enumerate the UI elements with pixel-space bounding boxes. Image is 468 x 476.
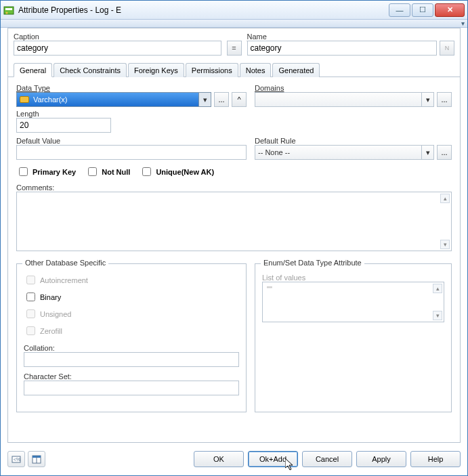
default-rule-combo[interactable]: -- None -- ▾ — [255, 145, 434, 160]
app-icon — [3, 5, 14, 16]
collation-label: Collation: — [24, 344, 239, 352]
unique-checkbox[interactable]: Unique(New AK) — [140, 165, 214, 178]
content-panel: Caption = Name N General Check Constrain… — [7, 28, 461, 443]
scroll-down-icon[interactable]: ▾ — [433, 311, 442, 320]
charset-label: Character Set: — [24, 372, 239, 381]
toolbar-strip: ▾ — [1, 20, 467, 28]
svg-rect-1 — [5, 8, 12, 10]
list-of-values-box: "" ▴ ▾ — [262, 282, 444, 322]
help-button[interactable]: Help — [410, 451, 461, 467]
scroll-up-icon[interactable]: ▴ — [433, 284, 442, 293]
tab-bar: General Check Constraints Foreign Keys P… — [8, 62, 460, 77]
not-null-checkbox[interactable]: Not Null — [85, 165, 130, 178]
tab-general[interactable]: General — [14, 63, 52, 77]
name-aux-button[interactable]: N — [440, 41, 454, 56]
list-first-item: "" — [267, 285, 272, 293]
script-icon-button[interactable]: <%> — [7, 451, 25, 467]
default-rule-label: Default Rule — [255, 137, 452, 145]
data-type-up-button[interactable]: ^ — [232, 92, 247, 107]
primary-key-checkbox[interactable]: Primary Key — [16, 165, 76, 178]
name-input[interactable] — [247, 41, 438, 56]
scroll-down-icon[interactable]: ▾ — [440, 240, 450, 249]
data-type-icon — [20, 96, 29, 103]
window-buttons: — ☐ ✕ — [389, 3, 465, 17]
scroll-up-icon[interactable]: ▴ — [440, 194, 450, 203]
minimize-button[interactable]: — — [389, 3, 410, 17]
svg-point-2 — [6, 12, 8, 14]
domains-combo[interactable]: ▾ — [255, 92, 434, 107]
default-rule-value: -- None -- — [258, 148, 290, 156]
chevron-down-icon: ▾ — [198, 93, 211, 106]
domains-edit-button[interactable]: ... — [437, 92, 452, 107]
close-button[interactable]: ✕ — [435, 3, 465, 17]
maximize-button[interactable]: ☐ — [412, 3, 433, 17]
svg-text:<%>: <%> — [14, 457, 21, 462]
list-of-values-label: List of values — [262, 274, 444, 282]
ok-add-button[interactable]: Ok+Add — [248, 451, 298, 467]
caption-input[interactable] — [14, 41, 221, 56]
length-input[interactable] — [16, 118, 111, 133]
chevron-down-icon: ▾ — [421, 146, 433, 159]
cancel-button[interactable]: Cancel — [302, 451, 352, 467]
collation-input[interactable] — [24, 352, 239, 367]
table-icon-button[interactable] — [28, 451, 45, 467]
tab-permissions[interactable]: Permissions — [186, 63, 238, 77]
general-panel: Data Type Varchar(x) ▾ ... ^ Domains — [8, 77, 460, 422]
name-label: Name — [247, 33, 455, 41]
tab-generated[interactable]: Generated — [272, 63, 320, 77]
comments-label: Comments: — [16, 183, 452, 192]
length-label: Length — [16, 110, 247, 118]
name-column: Name N — [247, 33, 455, 56]
default-rule-edit-button[interactable]: ... — [437, 145, 452, 160]
tab-foreign-keys[interactable]: Foreign Keys — [128, 63, 184, 77]
unsigned-checkbox: Unsigned — [24, 307, 239, 320]
comments-textarea[interactable]: ▴ ▾ — [16, 192, 452, 251]
svg-rect-0 — [4, 7, 14, 14]
zerofill-checkbox: Zerofill — [24, 324, 239, 337]
default-value-input[interactable] — [16, 145, 247, 160]
footer: <%> OK Ok+Add Cancel Apply Help — [7, 448, 461, 470]
charset-input[interactable] — [24, 381, 239, 395]
tab-check-constraints[interactable]: Check Constraints — [54, 63, 127, 77]
data-type-value: Varchar(x) — [33, 95, 68, 104]
default-value-label: Default Value — [16, 137, 247, 145]
other-db-group: Other Database Specific Autoincrement Bi… — [16, 263, 247, 412]
titlebar: Attribute Properties - Log - E — ☐ ✕ — [1, 1, 467, 20]
enum-title: Enum/Set Data Type Attribute — [261, 259, 364, 267]
data-type-edit-button[interactable]: ... — [214, 92, 229, 107]
key-flags-row: Primary Key Not Null Unique(New AK) — [16, 165, 452, 178]
caption-label: Caption — [14, 33, 221, 41]
sync-name-button[interactable]: = — [227, 41, 242, 56]
toolbar-chevron-icon[interactable]: ▾ — [461, 20, 465, 27]
caption-column: Caption — [14, 33, 221, 56]
autoincrement-checkbox: Autoincrement — [24, 274, 239, 286]
window-title: Attribute Properties - Log - E — [18, 5, 389, 15]
data-type-combo[interactable]: Varchar(x) ▾ — [16, 92, 211, 107]
other-db-title: Other Database Specific — [22, 259, 108, 267]
window: Attribute Properties - Log - E — ☐ ✕ ▾ C… — [0, 0, 468, 476]
tab-notes[interactable]: Notes — [240, 63, 272, 77]
top-fields: Caption = Name N — [8, 28, 460, 62]
ok-button[interactable]: OK — [194, 451, 244, 467]
binary-checkbox[interactable]: Binary — [24, 290, 239, 303]
domains-label: Domains — [255, 84, 452, 92]
data-type-label: Data Type — [16, 84, 247, 92]
apply-button[interactable]: Apply — [356, 451, 406, 467]
chevron-down-icon: ▾ — [421, 93, 433, 106]
enum-group: Enum/Set Data Type Attribute List of val… — [255, 263, 452, 412]
